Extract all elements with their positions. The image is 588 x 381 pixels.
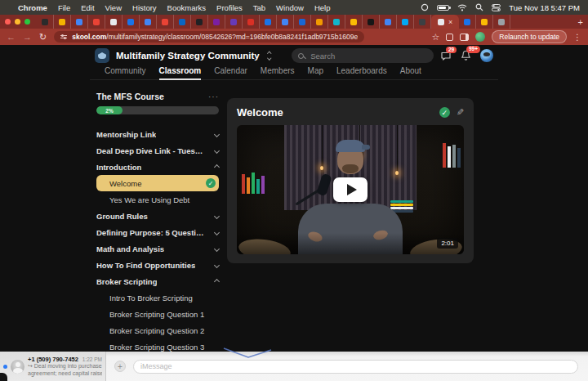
menu-item-history[interactable]: History [132, 3, 157, 12]
browser-tab[interactable] [71, 15, 88, 29]
course-section[interactable]: Math and Analysis [96, 240, 219, 257]
tab-calendar[interactable]: Calendar [214, 66, 247, 78]
chrome-menu-icon[interactable]: ⋮ [573, 33, 581, 42]
browser-tab[interactable] [225, 15, 243, 29]
tab-close-icon[interactable]: × [448, 18, 452, 26]
course-lesson-item[interactable]: Intro To Broker Scripting [96, 289, 219, 306]
browser-tab[interactable] [37, 15, 54, 29]
browser-tab[interactable] [243, 15, 260, 29]
browser-tab[interactable] [459, 15, 476, 29]
reload-icon[interactable]: ↻ [39, 33, 47, 42]
url-text[interactable]: skool.com/multifamilystrategy/classroom/… [72, 33, 358, 41]
browser-tab[interactable] [105, 15, 122, 29]
browser-tab[interactable] [328, 15, 345, 29]
wifi-icon[interactable] [457, 4, 467, 11]
course-lesson-item[interactable]: Yes We are Using Debt [96, 191, 219, 208]
add-attachment-button[interactable]: + [114, 361, 126, 372]
minimize-window-button[interactable] [15, 19, 20, 25]
browser-tab[interactable] [122, 15, 140, 29]
tab-classroom[interactable]: Classroom [159, 66, 202, 80]
browser-tab[interactable] [54, 15, 71, 29]
course-lesson-item[interactable]: Broker Scripting Question 1 [96, 306, 219, 322]
address-bar[interactable]: skool.com/multifamilystrategy/classroom/… [54, 31, 364, 43]
menu-item-edit[interactable]: Edit [81, 3, 94, 12]
spotlight-icon[interactable] [475, 3, 483, 11]
notifications-bell-icon[interactable]: 99+ [461, 50, 471, 61]
course-lesson-item[interactable]: Welcome✓ [96, 175, 219, 191]
tab-map[interactable]: Map [308, 66, 323, 78]
lesson-completed-icon[interactable]: ✓ [439, 107, 450, 118]
tab-community[interactable]: Community [105, 66, 146, 78]
community-name[interactable]: Multifamily Strategy Community [116, 51, 260, 61]
tab-favicon [76, 19, 82, 25]
menu-item-view[interactable]: View [105, 3, 122, 12]
control-center-icon[interactable] [492, 4, 501, 11]
course-section[interactable]: Mentorship Link [96, 126, 219, 142]
browser-tab[interactable] [88, 15, 105, 29]
active-browser-tab[interactable]: × [431, 15, 459, 29]
browser-tab[interactable] [476, 15, 493, 29]
browser-tab[interactable] [414, 15, 431, 29]
extensions-icon[interactable] [446, 34, 453, 41]
menu-bar-clock[interactable]: Tue Nov 18 5:47 PM [509, 3, 580, 12]
video-player[interactable]: 2:01 [237, 125, 464, 254]
tab-favicon [402, 19, 408, 25]
edit-pencil-icon[interactable]: ✎ [457, 107, 464, 118]
course-section[interactable]: How To Find Opportunities [96, 257, 219, 273]
menu-item-window[interactable]: Window [276, 3, 304, 12]
site-info-icon[interactable] [60, 35, 67, 38]
menu-item-chrome[interactable]: Chrome [18, 3, 47, 12]
user-avatar[interactable] [480, 49, 493, 62]
tab-members[interactable]: Members [261, 66, 295, 78]
play-button[interactable] [333, 177, 368, 202]
chat-icon[interactable]: 29 [440, 51, 452, 61]
back-icon[interactable]: ← [7, 33, 16, 42]
course-section[interactable]: Ground Rules [96, 208, 219, 224]
browser-tab[interactable] [397, 15, 414, 29]
bookmark-star-icon[interactable]: ☆ [431, 33, 439, 42]
browser-tab[interactable] [277, 15, 294, 29]
course-section[interactable]: Introduction [96, 159, 219, 175]
tab-about[interactable]: About [400, 66, 421, 78]
course-lesson-item[interactable]: Broker Scripting Question 2 [96, 322, 219, 338]
close-window-button[interactable] [5, 19, 11, 25]
forward-icon[interactable]: → [23, 33, 32, 42]
browser-tab[interactable] [191, 15, 208, 29]
community-logo[interactable] [95, 48, 109, 63]
zoom-window-button[interactable] [24, 19, 30, 25]
new-tab-button[interactable]: + [578, 17, 583, 27]
menu-item-profiles[interactable]: Profiles [216, 3, 243, 12]
conversation-list-item[interactable]: +1 (509) 790-7452 1:22 PM ↪ Deal moving … [0, 352, 106, 381]
course-section[interactable]: Deal Deep Dive Link - Tuesday [96, 142, 219, 159]
imessage-input[interactable] [133, 360, 578, 374]
search-input[interactable] [309, 51, 427, 61]
course-section[interactable]: Broker Scripting [96, 273, 219, 289]
browser-tab[interactable] [208, 15, 225, 29]
battery-icon[interactable] [437, 5, 449, 11]
browser-tab[interactable] [345, 15, 363, 29]
menu-item-bookmarks[interactable]: Bookmarks [167, 3, 207, 12]
tab-leaderboards[interactable]: Leaderboards [336, 66, 387, 78]
side-panel-icon[interactable] [460, 34, 469, 41]
menu-item-help[interactable]: Help [314, 3, 331, 12]
browser-tab[interactable] [260, 15, 277, 29]
browser-tab[interactable] [380, 15, 397, 29]
browser-tab[interactable] [157, 15, 174, 29]
menu-item-tab[interactable]: Tab [253, 3, 265, 12]
status-circle-icon[interactable] [421, 3, 429, 11]
browser-tab[interactable] [363, 15, 380, 29]
browser-tab[interactable] [311, 15, 328, 29]
browser-tab[interactable] [140, 15, 157, 29]
browser-tab[interactable] [294, 15, 311, 29]
course-menu-icon[interactable]: ··· [208, 92, 219, 101]
relaunch-button[interactable]: Relaunch to update [492, 30, 567, 43]
course-section[interactable]: Defining Purpose: 5 Questions, 1 Ci... [96, 224, 219, 240]
browser-tab[interactable] [174, 15, 191, 29]
browser-tab[interactable] [493, 15, 510, 29]
chat-badge: 29 [446, 47, 457, 54]
profile-avatar[interactable] [475, 32, 485, 42]
menu-item-file[interactable]: File [58, 3, 70, 12]
community-switcher-icon[interactable] [268, 52, 271, 59]
search-box[interactable] [292, 48, 434, 63]
chevron-down-icon [214, 213, 220, 218]
